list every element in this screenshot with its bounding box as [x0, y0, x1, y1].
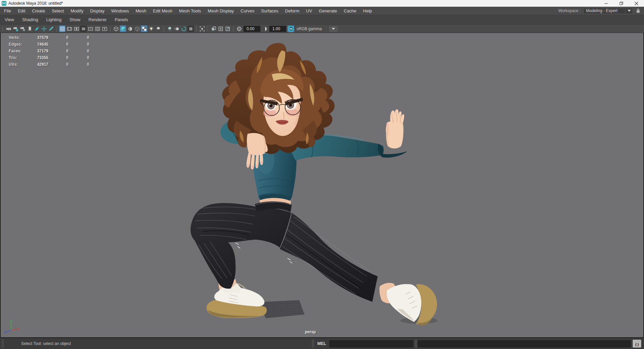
screen-space-ao-icon[interactable]	[166, 26, 173, 32]
color-management-toggle[interactable]: ON	[287, 26, 294, 32]
film-gate-icon[interactable]	[66, 26, 72, 32]
menu-display[interactable]: Display	[87, 8, 108, 13]
move-tool-icon[interactable]	[41, 26, 47, 32]
script-editor-button[interactable]: {;}	[633, 340, 641, 348]
mel-command-input[interactable]	[329, 340, 413, 347]
panel-menu-panels[interactable]: Panels	[111, 17, 132, 22]
view-axis-gizmo: y x z	[4, 319, 20, 335]
panel-menu-view[interactable]: View	[0, 17, 18, 22]
toolbar-grip[interactable]	[163, 26, 164, 32]
contrast-icon[interactable]	[262, 26, 268, 32]
panel-grip[interactable]	[1, 339, 4, 348]
exposure-field[interactable]: 0.00	[244, 26, 260, 32]
status-bar: Select Tool: select an object MEL {;}	[0, 338, 644, 349]
script-editor-window-icon	[634, 341, 640, 342]
menu-modify[interactable]: Modify	[67, 8, 87, 13]
menu-curves[interactable]: Curves	[237, 8, 258, 13]
field-chart-icon[interactable]	[87, 26, 94, 32]
menu-mesh-display[interactable]: Mesh Display	[204, 8, 237, 13]
help-line: Select Tool: select an object	[0, 338, 310, 349]
viewport-canvas[interactable]	[1, 34, 643, 337]
panel-grip[interactable]	[415, 339, 418, 348]
menu-select[interactable]: Select	[48, 8, 67, 13]
toolbar-grip[interactable]	[196, 26, 197, 32]
select-camera-icon[interactable]	[5, 26, 12, 32]
use-all-lights-icon[interactable]	[148, 26, 154, 32]
panel-grip[interactable]	[312, 339, 315, 348]
minimize-button[interactable]	[599, 0, 614, 7]
panel-menu-renderer[interactable]: Renderer	[85, 17, 111, 22]
menu-mesh-tools[interactable]: Mesh Tools	[176, 8, 205, 13]
menu-mesh[interactable]: Mesh	[132, 8, 150, 13]
svg-text:z: z	[4, 330, 6, 334]
menu-windows[interactable]: Windows	[108, 8, 132, 13]
menu-surfaces[interactable]: Surfaces	[258, 8, 282, 13]
character-mesh[interactable]	[191, 43, 437, 326]
viewport-toolbar: 0.00 1.00 ON sRGB gamma	[0, 24, 644, 33]
menu-edit-mesh[interactable]: Edit Mesh	[150, 8, 176, 13]
workspace-dropdown[interactable]: Modeling - Expert	[583, 8, 633, 14]
panel-menu-show[interactable]: Show	[65, 17, 85, 22]
chevron-down-icon[interactable]	[329, 26, 338, 32]
toolbar-grip[interactable]	[233, 26, 234, 32]
command-line-language-label[interactable]: MEL	[317, 341, 326, 346]
menu-deform[interactable]: Deform	[282, 8, 303, 13]
textured-mode-icon[interactable]	[141, 26, 147, 32]
menu-edit[interactable]: Edit	[14, 8, 29, 13]
panel-menu-lighting[interactable]: Lighting	[42, 17, 66, 22]
gamma-field[interactable]: 1.00	[269, 26, 286, 32]
xray-joints-icon[interactable]	[217, 26, 224, 32]
resolution-gate-icon[interactable]	[73, 26, 79, 32]
maya-window: Autodesk Maya 2018: untitled* File Edit …	[0, 0, 644, 349]
shadows-icon[interactable]	[155, 26, 161, 32]
menu-uv[interactable]: UV	[303, 8, 315, 13]
grid-toggle-icon[interactable]	[59, 26, 65, 32]
perspective-viewport[interactable]: Verts:3757900 Edges:7464500 Faces:371790…	[1, 33, 643, 337]
close-button[interactable]	[629, 0, 644, 7]
safe-action-icon[interactable]	[94, 26, 101, 32]
toolbar-grip[interactable]	[207, 26, 208, 32]
hud-row-faces: Faces:3717900	[9, 48, 89, 54]
anti-aliasing-icon[interactable]	[180, 26, 187, 32]
toolbar-grip[interactable]	[56, 26, 57, 32]
isolate-select-icon[interactable]	[199, 26, 205, 32]
lock-camera-icon[interactable]	[12, 26, 19, 32]
on-toggle-icon: ON	[288, 26, 294, 32]
menu-help[interactable]: Help	[360, 8, 375, 13]
extended-hand	[386, 109, 404, 148]
hud-row-verts: Verts:3757900	[9, 34, 89, 41]
menu-file[interactable]: File	[0, 8, 14, 13]
xray-active-components-icon[interactable]	[224, 26, 231, 32]
svg-text:x: x	[17, 327, 19, 331]
bookmark-icon[interactable]	[26, 26, 33, 32]
xray-mode-icon[interactable]	[210, 26, 217, 32]
wireframe-mode-icon[interactable]	[113, 26, 119, 32]
exposure-icon[interactable]	[236, 26, 242, 32]
flat-shade-mode-icon[interactable]	[127, 26, 133, 32]
hud-row-uvs: UVs:4291700	[9, 61, 89, 68]
hud-row-edges: Edges:7464500	[9, 41, 89, 48]
menu-cache[interactable]: Cache	[340, 8, 360, 13]
smooth-shade-mode-icon[interactable]	[120, 26, 126, 32]
heads-up-display: Verts:3757900 Edges:7464500 Faces:371790…	[9, 34, 89, 68]
image-plane-icon[interactable]	[34, 26, 40, 32]
menu-generate[interactable]: Generate	[316, 8, 340, 13]
motion-blur-icon[interactable]	[173, 26, 180, 32]
gate-mask-icon[interactable]	[80, 26, 87, 32]
render-settings-toggle-icon[interactable]	[187, 26, 194, 32]
lock-icon[interactable]	[636, 8, 641, 13]
bounding-box-mode-icon[interactable]	[134, 26, 140, 32]
panel-menu-bar: View Shading Lighting Show Renderer Pane…	[0, 15, 644, 24]
menu-create[interactable]: Create	[29, 8, 48, 13]
restore-button[interactable]	[614, 0, 629, 7]
chevron-down-icon	[625, 8, 633, 14]
help-line-text: Select Tool: select an object	[21, 341, 71, 346]
view-transform-dropdown[interactable]: sRGB gamma	[297, 26, 338, 32]
camera-attributes-icon[interactable]	[19, 26, 26, 32]
toolbar-grip[interactable]	[2, 26, 3, 32]
toolbar-grip[interactable]	[110, 26, 111, 32]
paint-tool-icon[interactable]	[48, 26, 54, 32]
safe-title-icon[interactable]	[101, 26, 108, 32]
panel-menu-shading[interactable]: Shading	[18, 17, 42, 22]
command-result-field[interactable]	[418, 340, 631, 347]
